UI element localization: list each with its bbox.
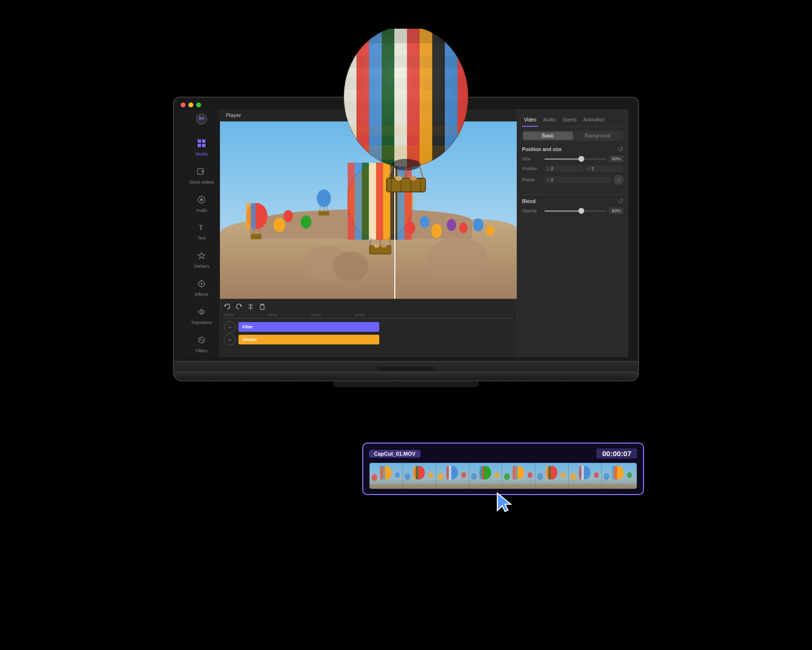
redo-button[interactable] bbox=[236, 303, 242, 310]
tab-speed[interactable]: Speed bbox=[560, 116, 578, 123]
player-label: Player bbox=[226, 112, 241, 118]
svg-rect-121 bbox=[449, 466, 451, 479]
ruler-mark-1: 00:01 bbox=[268, 313, 311, 317]
transitions-icon bbox=[195, 305, 208, 319]
traffic-light-close[interactable] bbox=[181, 103, 186, 107]
svg-rect-33 bbox=[198, 139, 201, 143]
sticker-clip[interactable]: Sticker bbox=[238, 335, 379, 344]
sidebar-item-text[interactable]: T Text bbox=[184, 217, 220, 245]
svg-marker-42 bbox=[198, 252, 205, 259]
text-label: Text bbox=[198, 236, 206, 241]
filters-icon bbox=[195, 333, 208, 347]
svg-rect-131 bbox=[515, 466, 518, 479]
floating-timeline-popup: CapCut_01.MOV 00:00:07 bbox=[362, 443, 644, 495]
svg-point-147 bbox=[604, 473, 609, 480]
filter-clip[interactable]: Filter bbox=[238, 322, 379, 332]
svg-rect-110 bbox=[380, 466, 383, 479]
svg-point-29 bbox=[395, 176, 402, 181]
rotate-label: Rotate bbox=[522, 177, 541, 182]
rotate-x-input[interactable]: X 2 bbox=[544, 176, 611, 183]
size-value: 60% bbox=[609, 155, 624, 162]
svg-point-138 bbox=[561, 472, 566, 478]
popup-filename: CapCut_01.MOV bbox=[369, 450, 421, 458]
sidebar-item-stock-videos[interactable]: Stock videos bbox=[184, 161, 220, 189]
app-logo[interactable]: ✂ bbox=[194, 113, 209, 125]
cursor-arrow bbox=[495, 492, 513, 514]
traffic-light-minimize[interactable] bbox=[188, 103, 193, 107]
sidebar-item-transitions[interactable]: Transitions bbox=[184, 301, 220, 329]
undo-button[interactable] bbox=[224, 303, 231, 310]
opacity-slider[interactable] bbox=[544, 210, 606, 212]
tab-video[interactable]: Video bbox=[522, 116, 538, 123]
right-panel: Video Audio Speed Animation Basic Backgr… bbox=[517, 109, 628, 357]
svg-rect-111 bbox=[383, 466, 385, 479]
timeline-ruler: 00:00 00:01 00:02 00:03 bbox=[224, 313, 513, 319]
popup-timecode: 00:00:07 bbox=[596, 448, 637, 459]
add-filter-track-btn[interactable]: + bbox=[224, 321, 236, 333]
position-size-header: Position and size ↺ bbox=[522, 146, 624, 153]
audio-label: Audio bbox=[196, 208, 207, 213]
size-slider[interactable] bbox=[544, 158, 606, 160]
pos-y-label: Y bbox=[588, 167, 590, 171]
compass-button[interactable]: ⊙ bbox=[614, 175, 624, 185]
svg-rect-24 bbox=[387, 178, 425, 192]
stickers-label: Stickers bbox=[194, 264, 209, 269]
opacity-value: 60% bbox=[609, 207, 624, 214]
timeline-area: 00:00 00:01 00:02 00:03 + Filter bbox=[220, 299, 517, 357]
sidebar-item-audio[interactable]: Audio bbox=[184, 189, 220, 217]
rot-x-label: X bbox=[547, 178, 549, 182]
mountains-background bbox=[220, 219, 517, 299]
svg-rect-125 bbox=[480, 466, 482, 479]
sidebar-item-effects[interactable]: Effects bbox=[184, 273, 220, 301]
traffic-lights bbox=[181, 103, 201, 107]
svg-rect-34 bbox=[202, 139, 205, 143]
sub-tabs: Basic Background bbox=[522, 131, 624, 141]
sub-tab-background[interactable]: Background bbox=[573, 132, 623, 140]
size-label: Size bbox=[522, 156, 541, 161]
svg-point-127 bbox=[471, 473, 477, 480]
sidebar-item-filters[interactable]: Filters bbox=[184, 329, 220, 357]
svg-point-132 bbox=[504, 473, 510, 480]
traffic-light-fullscreen[interactable] bbox=[196, 103, 201, 107]
position-xy-inputs: X 2 Y 2 bbox=[544, 165, 624, 172]
media-label: Media bbox=[196, 152, 208, 157]
laptop-foot bbox=[333, 381, 479, 387]
opacity-control-row: Opacity 60% bbox=[522, 207, 624, 214]
track-row-filter: + Filter bbox=[224, 322, 513, 332]
svg-point-112 bbox=[372, 474, 377, 481]
stock-videos-label: Stock videos bbox=[189, 180, 214, 185]
position-y-input[interactable]: Y 2 bbox=[585, 165, 624, 172]
tab-animation[interactable]: Animation bbox=[581, 116, 607, 123]
sub-tab-basic[interactable]: Basic bbox=[523, 132, 573, 140]
blend-reset-btn[interactable]: ↺ bbox=[618, 198, 624, 205]
svg-text:T: T bbox=[199, 224, 203, 231]
pos-x-value: 2 bbox=[551, 166, 553, 171]
track-row-sticker: + Sticker bbox=[224, 334, 513, 345]
blend-header: Blend ↺ bbox=[522, 198, 624, 205]
svg-point-123 bbox=[461, 472, 466, 478]
svg-marker-150 bbox=[497, 493, 511, 512]
audio-icon bbox=[195, 193, 208, 206]
blend-section: Blend ↺ Opacity 60% bbox=[522, 198, 624, 217]
ruler-mark-3: 00:03 bbox=[355, 313, 399, 317]
delete-button[interactable] bbox=[259, 303, 266, 310]
svg-rect-116 bbox=[416, 466, 418, 479]
sidebar-item-media[interactable]: Media bbox=[184, 133, 220, 161]
position-x-input[interactable]: X 2 bbox=[544, 165, 583, 172]
add-sticker-track-btn[interactable]: + bbox=[224, 334, 236, 345]
svg-point-133 bbox=[527, 472, 532, 478]
svg-rect-35 bbox=[198, 144, 201, 147]
sidebar-item-stickers[interactable]: Stickers bbox=[184, 245, 220, 273]
svg-point-143 bbox=[594, 472, 599, 478]
sidebar: ✂ Media bbox=[184, 109, 220, 357]
text-icon: T bbox=[195, 221, 208, 234]
keyboard-notch bbox=[377, 367, 435, 371]
timeline-controls bbox=[224, 302, 513, 311]
svg-point-122 bbox=[438, 473, 443, 480]
split-button[interactable] bbox=[247, 303, 254, 310]
tab-audio[interactable]: Audio bbox=[541, 116, 558, 123]
svg-rect-130 bbox=[513, 466, 515, 479]
blend-separator bbox=[522, 194, 624, 195]
position-size-reset-btn[interactable]: ↺ bbox=[618, 146, 624, 153]
balloon-overlay bbox=[338, 29, 474, 194]
